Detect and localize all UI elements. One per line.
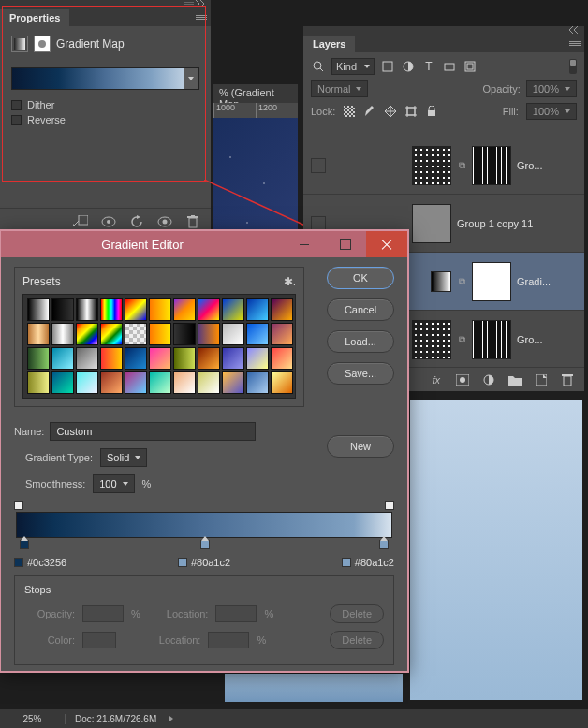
panel-menu-icon[interactable]	[569, 41, 581, 46]
filter-kind-select[interactable]: Kind	[331, 58, 375, 75]
mask-thumb[interactable]	[472, 320, 511, 359]
preset-swatch[interactable]	[149, 347, 171, 370]
preset-swatch[interactable]	[27, 371, 50, 394]
gradient-strip[interactable]	[16, 501, 392, 549]
save-button[interactable]: Save...	[327, 362, 394, 385]
preset-swatch[interactable]	[198, 371, 220, 394]
search-icon[interactable]	[311, 59, 326, 74]
filter-type-icon[interactable]: T	[421, 59, 436, 74]
delete-stop-button[interactable]: Delete	[330, 631, 384, 649]
zoom-level[interactable]: 25%	[0, 714, 66, 724]
visibility-toggle[interactable]	[311, 216, 326, 231]
preset-swatch[interactable]	[198, 298, 220, 321]
preset-swatch[interactable]	[198, 323, 220, 345]
preset-swatch[interactable]	[27, 323, 50, 345]
preset-swatch[interactable]	[149, 323, 171, 345]
preset-swatch[interactable]	[246, 371, 269, 394]
visibility-toggle[interactable]	[311, 158, 326, 173]
preset-swatch[interactable]	[76, 371, 98, 394]
opacity-stop[interactable]	[385, 501, 394, 510]
maximize-button[interactable]	[325, 231, 366, 257]
reverse-checkbox[interactable]	[11, 115, 22, 125]
preset-swatch[interactable]	[271, 347, 293, 370]
filter-shape-icon[interactable]	[442, 59, 457, 74]
preset-swatch[interactable]	[76, 298, 98, 321]
preset-swatch[interactable]	[271, 323, 293, 345]
lock-brush-icon[interactable]	[363, 105, 376, 118]
preset-swatch[interactable]	[100, 298, 123, 321]
new-button[interactable]: New	[327, 435, 394, 458]
preset-swatch[interactable]	[173, 347, 196, 370]
lock-position-icon[interactable]	[384, 105, 397, 118]
layer-name[interactable]: Gro...	[517, 160, 577, 171]
stop-location-input[interactable]	[215, 605, 257, 622]
stop-color-input[interactable]	[82, 632, 116, 648]
color-stop[interactable]	[379, 540, 389, 549]
ruler-horizontal[interactable]: 1000 1200	[213, 103, 298, 118]
gear-icon[interactable]: ✱.	[284, 275, 296, 288]
panel-collapse-handle[interactable]	[0, 0, 211, 7]
tab-layers[interactable]: Layers	[303, 36, 355, 52]
preset-swatch[interactable]	[100, 371, 123, 394]
layer-name[interactable]: Group 1 copy 11	[457, 218, 577, 229]
preset-swatch[interactable]	[76, 323, 98, 345]
layer-thumb[interactable]	[412, 146, 451, 185]
trash-icon[interactable]	[560, 372, 575, 387]
filter-pixel-icon[interactable]	[380, 59, 395, 74]
preset-swatch[interactable]	[149, 371, 171, 394]
layer-name[interactable]: Gro...	[517, 334, 577, 345]
preset-swatch[interactable]	[125, 347, 147, 370]
preset-swatch[interactable]	[51, 371, 74, 394]
visibility-icon[interactable]	[156, 214, 173, 229]
gradient-sample[interactable]	[11, 67, 199, 90]
mask-thumb[interactable]	[472, 262, 511, 301]
name-input[interactable]	[50, 422, 256, 441]
preset-swatch[interactable]	[173, 371, 196, 394]
preset-swatch[interactable]	[271, 298, 293, 321]
adjustment-thumb[interactable]	[431, 271, 451, 292]
ok-button[interactable]: OK	[327, 267, 394, 289]
preset-swatch[interactable]	[125, 323, 147, 345]
filter-smart-icon[interactable]	[463, 59, 478, 74]
lock-pixels-icon[interactable]	[343, 105, 356, 118]
link-icon[interactable]: ⧉	[457, 160, 466, 171]
preset-swatch[interactable]	[198, 347, 220, 370]
panel-menu-icon[interactable]	[196, 15, 207, 20]
preset-swatch[interactable]	[51, 347, 74, 370]
preset-swatch[interactable]	[125, 371, 147, 394]
gradient-dropdown-icon[interactable]	[184, 68, 198, 89]
reset-icon[interactable]	[128, 214, 145, 229]
canvas-preview-ice[interactable]	[225, 674, 403, 702]
preset-swatch[interactable]	[76, 347, 98, 370]
fx-label[interactable]: fx	[432, 374, 440, 386]
canvas-preview-glacier[interactable]	[410, 400, 582, 700]
filter-adjustment-icon[interactable]	[401, 59, 416, 74]
preset-swatch[interactable]	[246, 298, 269, 321]
opacity-stop[interactable]	[14, 501, 23, 510]
preset-swatch[interactable]	[222, 347, 244, 370]
canvas-preview-stars[interactable]	[213, 118, 298, 249]
trash-icon[interactable]	[184, 214, 201, 229]
preset-swatch[interactable]	[149, 298, 171, 321]
preset-swatch[interactable]	[51, 323, 74, 345]
clip-to-layer-icon[interactable]	[72, 214, 89, 229]
color-stop[interactable]	[20, 540, 29, 549]
lock-artboard-icon[interactable]	[404, 105, 418, 118]
blend-mode-select[interactable]: Normal	[311, 80, 368, 97]
tab-properties[interactable]: Properties	[0, 9, 69, 26]
opacity-select[interactable]: 100%	[526, 80, 577, 97]
lock-all-icon[interactable]	[425, 105, 438, 118]
dither-checkbox[interactable]	[11, 100, 22, 110]
link-icon[interactable]: ⧉	[457, 276, 466, 287]
doc-info[interactable]: Doc: 21.6M/726.6M	[66, 714, 166, 724]
preset-swatch[interactable]	[125, 298, 147, 321]
delete-stop-button[interactable]: Delete	[330, 604, 384, 623]
new-group-icon[interactable]	[507, 372, 522, 387]
cancel-button[interactable]: Cancel	[327, 298, 394, 321]
mask-icon[interactable]	[34, 36, 51, 52]
status-menu-icon[interactable]	[169, 716, 173, 721]
color-stop[interactable]	[200, 540, 210, 549]
minimize-button[interactable]	[284, 231, 325, 257]
layer-name[interactable]: Gradi...	[517, 276, 577, 287]
gradient-type-select[interactable]: Solid	[100, 448, 147, 467]
